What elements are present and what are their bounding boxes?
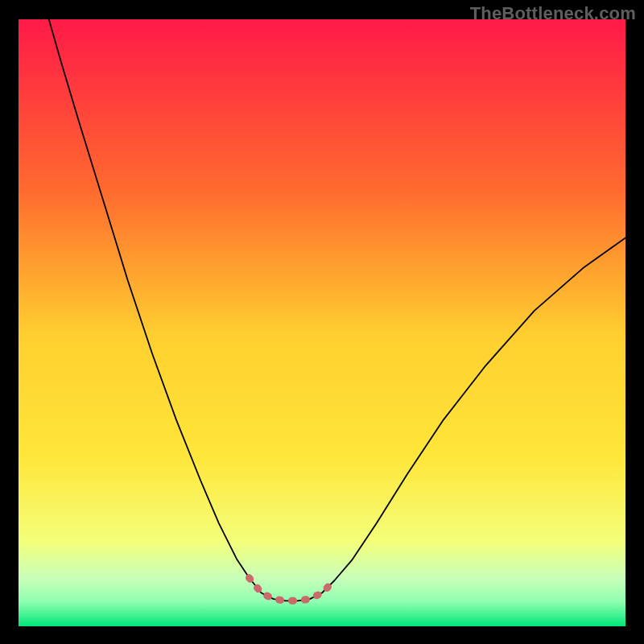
- chart-frame: TheBottleneck.com: [0, 0, 644, 644]
- plot-area: [19, 19, 625, 626]
- bottleneck-chart-svg: [19, 19, 625, 626]
- gradient-background: [19, 19, 625, 626]
- watermark-label: TheBottleneck.com: [470, 3, 636, 24]
